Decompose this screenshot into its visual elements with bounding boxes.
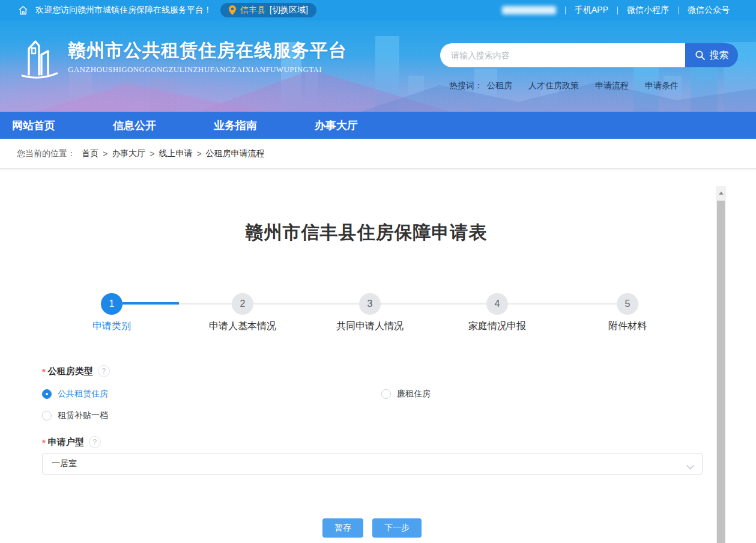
scroll-up-arrow-icon <box>719 192 724 195</box>
radio-unchecked-icon[interactable] <box>42 411 52 420</box>
step-2[interactable]: 2 申请人基本情况 <box>183 293 303 333</box>
page: 欢迎您访问赣州市城镇住房保障在线服务平台！ 信丰县 [切换区域] 手机APP 微… <box>0 0 756 543</box>
radio-label: 廉租住房 <box>397 389 431 399</box>
brand: 赣州市公共租赁住房在线服务平台 GANZHOUSHIGONGGONGZULINZ… <box>20 35 347 82</box>
help-icon[interactable]: ? <box>98 365 110 377</box>
step-4-label: 家庭情况申报 <box>437 320 557 333</box>
step-5[interactable]: 5 附件材料 <box>567 293 688 333</box>
next-step-button[interactable]: 下一步 <box>372 518 422 538</box>
search-icon <box>695 50 706 61</box>
step-5-number[interactable]: 5 <box>617 293 638 315</box>
main-nav: 网站首页 信息公开 业务指南 办事大厅 <box>0 112 756 139</box>
breadcrumb-separator: > <box>150 149 154 159</box>
radio-checked-icon[interactable] <box>42 389 52 399</box>
breadcrumb-separator: > <box>103 149 107 159</box>
help-icon[interactable]: ? <box>89 436 101 448</box>
site-header: 赣州市公共租赁住房在线服务平台 GANZHOUSHIGONGGONGZULINZ… <box>0 20 756 112</box>
radio-rental-subsidy-tier1[interactable]: 租赁补贴一档 <box>42 410 108 422</box>
breadcrumb-current-page: 公租房申请流程 <box>206 148 265 159</box>
nav-item-service-hall[interactable]: 办事大厅 <box>315 118 358 133</box>
breadcrumb-home[interactable]: 首页 <box>82 148 98 159</box>
radio-unchecked-icon[interactable] <box>381 389 391 399</box>
breadcrumb-label: 您当前的位置： <box>17 148 76 159</box>
wechat-miniprogram-link[interactable]: 微信小程序 <box>627 5 669 16</box>
search-input[interactable] <box>440 43 685 67</box>
step-3[interactable]: 3 共同申请人情况 <box>310 293 430 333</box>
unit-type-select[interactable]: 一居室 <box>42 453 703 475</box>
field-label-unit-type: * 申请户型 ? <box>42 436 101 448</box>
nav-item-info-disclosure[interactable]: 信息公开 <box>113 118 156 133</box>
scrollbar-thumb[interactable] <box>717 201 725 543</box>
unit-type-selected-value: 一居室 <box>52 458 77 469</box>
location-pin-icon <box>229 5 236 15</box>
divider <box>617 7 618 14</box>
save-draft-button[interactable]: 暂存 <box>322 518 363 538</box>
required-marker: * <box>42 437 46 447</box>
vertical-scrollbar[interactable] <box>716 186 726 543</box>
breadcrumb-separator: > <box>196 149 201 159</box>
step-3-number[interactable]: 3 <box>359 293 381 315</box>
field-label-text: 申请户型 <box>48 437 84 448</box>
site-title-pinyin: GANZHOUSHIGONGGONGZULINZHUFANGZAIXIANFUW… <box>68 65 347 74</box>
brand-text: 赣州市公共租赁住房在线服务平台 GANZHOUSHIGONGGONGZULINZ… <box>68 35 347 74</box>
form-actions: 暂存 下一步 <box>322 518 422 538</box>
radio-label: 租赁补贴一档 <box>58 410 108 421</box>
topbar-left: 欢迎您访问赣州市城镇住房保障在线服务平台！ 信丰县 [切换区域] <box>18 3 502 17</box>
breadcrumb-online-apply[interactable]: 线上申请 <box>159 148 192 159</box>
radio-label: 公共租赁住房 <box>58 389 108 399</box>
step-2-number[interactable]: 2 <box>232 293 253 315</box>
step-4[interactable]: 4 家庭情况申报 <box>437 293 557 333</box>
chevron-down-icon <box>686 462 694 472</box>
topbar: 欢迎您访问赣州市城镇住房保障在线服务平台！ 信丰县 [切换区域] 手机APP 微… <box>0 0 756 20</box>
search-bar: 搜索 <box>440 43 738 67</box>
required-marker: * <box>42 366 46 377</box>
step-1-label: 申请类别 <box>52 320 172 333</box>
home-icon[interactable] <box>18 5 28 15</box>
step-4-number[interactable]: 4 <box>486 293 508 315</box>
main-content: 赣州市信丰县住房保障申请表 1 申请类别 2 申请人基本情况 3 共同申请人情况… <box>0 169 756 543</box>
radio-low-rent-housing[interactable]: 廉租住房 <box>381 388 431 400</box>
region-switcher[interactable]: 信丰县 [切换区域] <box>220 3 316 17</box>
divider <box>565 7 566 14</box>
hot-search-row: 热搜词： 公租房 人才住房政策 申请流程 申请条件 <box>449 80 679 91</box>
divider <box>678 7 679 14</box>
hot-word-link[interactable]: 申请条件 <box>645 80 679 91</box>
hot-word-link[interactable]: 申请流程 <box>595 80 629 91</box>
hot-word-link[interactable]: 公租房 <box>487 80 512 91</box>
search-button-label: 搜索 <box>710 49 729 62</box>
scrollbar-up-button[interactable] <box>716 186 726 199</box>
step-5-label: 附件材料 <box>567 320 688 333</box>
step-1[interactable]: 1 申请类别 <box>52 293 172 333</box>
user-account-redacted[interactable] <box>502 6 556 14</box>
field-label-text: 公租房类型 <box>48 366 93 377</box>
breadcrumb: 您当前的位置： 首页 > 办事大厅 > 线上申请 > 公租房申请流程 <box>0 139 756 169</box>
stepper: 1 申请类别 2 申请人基本情况 3 共同申请人情况 4 家庭情况申报 5 附件… <box>0 293 733 335</box>
site-logo-icon <box>20 35 59 82</box>
current-region: 信丰县 <box>240 5 265 16</box>
wechat-official-link[interactable]: 微信公众号 <box>688 5 730 16</box>
topbar-right: 手机APP 微信小程序 微信公众号 <box>502 5 730 16</box>
nav-item-home[interactable]: 网站首页 <box>12 118 55 133</box>
step-1-number[interactable]: 1 <box>101 293 122 315</box>
nav-item-business-guide[interactable]: 业务指南 <box>214 118 257 133</box>
site-title: 赣州市公共租赁住房在线服务平台 <box>68 40 347 61</box>
hot-word-link[interactable]: 人才住房政策 <box>528 80 579 91</box>
step-3-label: 共同申请人情况 <box>310 320 430 333</box>
breadcrumb-service-hall[interactable]: 办事大厅 <box>112 148 145 159</box>
page-title: 赣州市信丰县住房保障申请表 <box>0 220 733 245</box>
step-2-label: 申请人基本情况 <box>183 320 303 333</box>
welcome-text: 欢迎您访问赣州市城镇住房保障在线服务平台！ <box>35 5 212 16</box>
mobile-app-link[interactable]: 手机APP <box>575 5 608 16</box>
hot-search-label: 热搜词： <box>449 80 483 91</box>
radio-public-rental-housing[interactable]: 公共租赁住房 <box>42 388 108 400</box>
switch-region-link[interactable]: [切换区域] <box>270 5 308 16</box>
field-label-rental-type: * 公租房类型 ? <box>42 365 110 377</box>
search-button[interactable]: 搜索 <box>685 43 738 67</box>
